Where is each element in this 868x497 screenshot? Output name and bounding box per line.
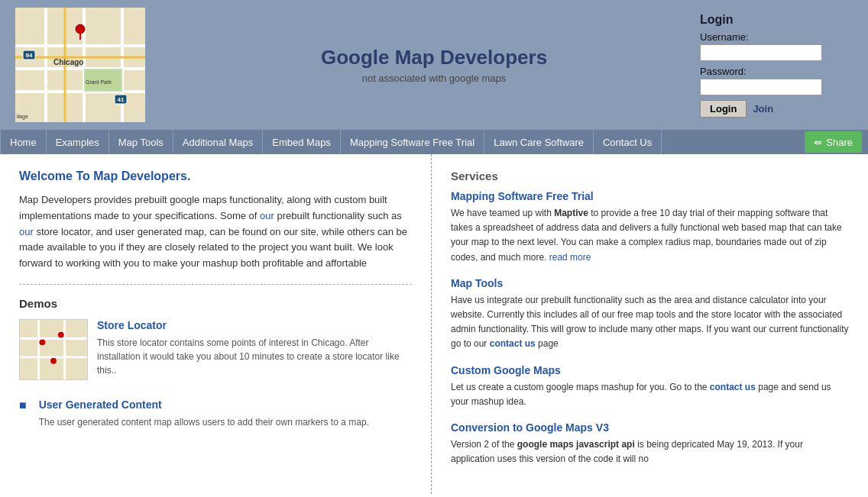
username-label: Username: — [700, 31, 853, 43]
share-button[interactable]: ⇚ Share — [805, 131, 862, 153]
main-content: Welcome To Map Developers. Map Developer… — [0, 154, 868, 494]
nav-examples[interactable]: Examples — [47, 130, 109, 154]
login-panel: Login Username: Password: Login Join — [700, 13, 853, 118]
divider — [19, 284, 412, 285]
service3-text: Let us create a custom google maps mashu… — [451, 380, 849, 409]
service4-title: Conversion to Google Maps V3 — [451, 421, 849, 434]
header-title: Google Map Developers not associated wit… — [168, 46, 700, 84]
service-conversion: Conversion to Google Maps V3 Version 2 o… — [451, 421, 849, 466]
demo-store-locator: Store Locator This store locator contain… — [19, 319, 412, 386]
demo2-icon-area: ■ — [19, 399, 30, 412]
login-button[interactable]: Login — [700, 100, 747, 118]
svg-text:94: 94 — [26, 52, 33, 59]
login-heading: Login — [700, 13, 853, 27]
service1-text: We have teamed up with Maptive to provid… — [451, 206, 849, 265]
store-locator-content: Store Locator This store locator contain… — [97, 319, 412, 386]
svg-point-12 — [76, 24, 85, 34]
nav-contact[interactable]: Contact Us — [594, 130, 662, 154]
svg-text:llage: llage — [17, 114, 28, 120]
contact-us-link-3[interactable]: contact us — [710, 382, 756, 392]
store-locator-thumb — [19, 319, 88, 380]
nav-home[interactable]: Home — [0, 130, 47, 154]
api-bold: google maps javascript api — [517, 439, 635, 450]
services-title: Services — [451, 169, 849, 182]
svg-point-25 — [58, 332, 64, 338]
site-title: Google Map Developers — [168, 46, 700, 69]
service2-text: Have us integrate our prebuilt functiona… — [451, 293, 849, 352]
store-locator-title: Store Locator — [97, 319, 412, 331]
nav-map-tools[interactable]: Map Tools — [109, 130, 173, 154]
svg-rect-19 — [20, 320, 87, 379]
site-subtitle: not associated with google maps — [168, 73, 700, 84]
share-icon: ⇚ — [814, 137, 822, 148]
welcome-title: Welcome To Map Developers. — [19, 169, 412, 183]
service1-title: Mapping Software Free Trial — [451, 190, 849, 202]
join-link[interactable]: Join — [753, 103, 773, 115]
password-label: Password: — [700, 66, 853, 77]
header-logo: Chicago Grant Park 94 41 llage — [15, 8, 145, 122]
user-content-title: User Generated Content — [39, 399, 369, 411]
service-custom-maps: Custom Google Maps Let us create a custo… — [451, 364, 849, 409]
header: Chicago Grant Park 94 41 llage Google Ma… — [0, 0, 868, 130]
nav-additional-maps[interactable]: Additional Maps — [173, 130, 264, 154]
service-mapping-software: Mapping Software Free Trial We have team… — [451, 190, 849, 265]
store-locator-text: This store locator contains some points … — [97, 336, 412, 377]
welcome-text: Map Developers provides prebuilt google … — [19, 192, 412, 272]
map-image: Chicago Grant Park 94 41 llage — [15, 8, 145, 122]
share-label: Share — [826, 137, 853, 148]
service-map-tools: Map Tools Have us integrate our prebuilt… — [451, 277, 849, 352]
nav-lawn-care[interactable]: Lawn Care Software — [484, 130, 594, 154]
user-content-demo: User Generated Content The user generate… — [39, 399, 369, 438]
demos-title: Demos — [19, 297, 412, 310]
right-column: Services Mapping Software Free Trial We … — [432, 154, 868, 494]
username-input[interactable] — [700, 44, 822, 61]
our-link-1[interactable]: our — [260, 210, 274, 221]
user-content-text: The user generated content map allows us… — [39, 415, 369, 429]
svg-point-24 — [39, 339, 45, 345]
navbar: Home Examples Map Tools Additional Maps … — [0, 130, 868, 154]
svg-text:Grant Park: Grant Park — [86, 79, 112, 85]
nav-embed-maps[interactable]: Embed Maps — [263, 130, 341, 154]
maptive-bold: Maptive — [554, 208, 588, 218]
demo-user-content: ■ User Generated Content The user genera… — [19, 399, 412, 438]
svg-text:Chicago: Chicago — [53, 58, 83, 66]
service2-title: Map Tools — [451, 277, 849, 289]
service4-text: Version 2 of the google maps javascript … — [451, 437, 849, 466]
our-link-2[interactable]: our — [19, 226, 34, 237]
contact-us-link-2[interactable]: contact us — [490, 338, 536, 349]
svg-text:41: 41 — [118, 96, 125, 103]
nav-mapping-software[interactable]: Mapping Software Free Trial — [341, 130, 484, 154]
svg-point-26 — [50, 358, 57, 364]
password-input[interactable] — [700, 79, 822, 95]
read-more-link[interactable]: read more — [549, 252, 591, 263]
demo-bullet-icon: ■ — [19, 399, 27, 412]
service3-title: Custom Google Maps — [451, 364, 849, 376]
left-column: Welcome To Map Developers. Map Developer… — [0, 154, 432, 494]
